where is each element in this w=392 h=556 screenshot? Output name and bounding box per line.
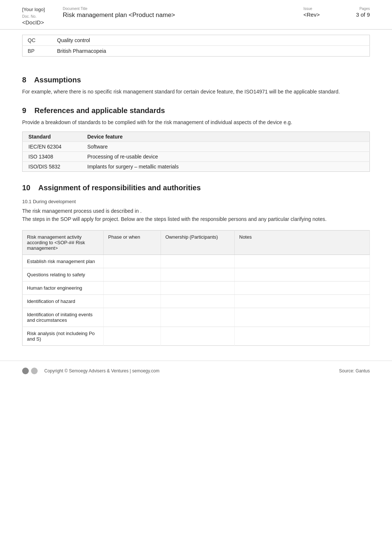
footer-dot-1	[22, 368, 29, 374]
abbrev-desc: Quality control	[52, 35, 370, 46]
table-row: ISO/DIS 5832 Implants for surgery – meta…	[23, 162, 370, 172]
section-8-heading: 8 Assumptions	[22, 76, 370, 84]
notes-cell	[235, 255, 370, 268]
activity-cell: Questions relating to safety	[23, 268, 104, 281]
page-footer: Copyright © Semoegy Advisers & Ventures …	[0, 361, 392, 379]
subsection-10-1-heading: 10.1 During development	[22, 199, 370, 204]
phase-cell	[104, 255, 161, 268]
doc-no-value: <DocID>	[22, 19, 63, 25]
table-row: ISO 13408 Processing of re-usable device	[23, 152, 370, 162]
ownership-cell	[161, 327, 235, 345]
col-header-ownership: Ownership (Participants)	[161, 230, 235, 255]
section-10-body: The risk management process used is desc…	[22, 207, 370, 223]
footer-dot-2	[31, 368, 38, 374]
activity-cell: Identification of initating events and c…	[23, 308, 104, 327]
table-row: Standard Device feature	[23, 132, 370, 142]
list-item: QC Quality control	[23, 35, 370, 46]
doc-no-label: Doc. No.	[22, 14, 63, 18]
phase-cell	[104, 268, 161, 281]
section-9-body: Provide a breakdown of standards to be c…	[22, 119, 370, 127]
notes-cell	[235, 281, 370, 294]
list-item: BP British Pharmacopeia	[23, 46, 370, 57]
activity-cell: Identification of hazard	[23, 294, 104, 308]
footer-copyright: Copyright © Semoegy Advisers & Ventures …	[44, 368, 159, 373]
section-10-num: 10	[22, 184, 30, 192]
abbrev-code: QC	[23, 35, 52, 46]
section-8-body: For example, where there is no specific …	[22, 88, 370, 96]
issue-area: Issue <Rev>	[303, 7, 337, 18]
references-table: Standard Device feature IEC/EN 62304 Sof…	[22, 132, 370, 172]
phase-cell	[104, 281, 161, 294]
page-header: [Your logo] Doc. No. <DocID> Document Ti…	[0, 0, 392, 30]
notes-cell	[235, 308, 370, 327]
ref-header-std: Standard	[23, 132, 82, 142]
ref-feature: Software	[82, 142, 370, 152]
ref-std: IEC/EN 62304	[23, 142, 82, 152]
document-title-area: Document Title Risk management plan <Pro…	[63, 7, 296, 19]
ownership-cell	[161, 308, 235, 327]
table-row: Identification of hazard	[23, 294, 370, 308]
activity-cell: Establish risk management plan	[23, 255, 104, 268]
table-row: Risk analysis (not includeing Po and S)	[23, 327, 370, 345]
section-9-num: 9	[22, 106, 26, 115]
ref-std: ISO 13408	[23, 152, 82, 162]
doc-title-label: Document Title	[63, 7, 296, 11]
ownership-cell	[161, 294, 235, 308]
section-10-heading: 10 Assignment of responsibilities and au…	[22, 184, 370, 192]
ownership-cell	[161, 281, 235, 294]
ref-feature: Implants for surgery – metallic material…	[82, 162, 370, 172]
section-9-heading: 9 References and applicable standards	[22, 106, 370, 115]
pages-area: Pages 3 of 9	[344, 7, 370, 18]
notes-cell	[235, 294, 370, 308]
activity-cell: Risk analysis (not includeing Po and S)	[23, 327, 104, 345]
abbrev-desc: British Pharmacopeia	[52, 46, 370, 57]
issue-label: Issue	[303, 7, 337, 11]
col-header-activity: Risk management activity according to <S…	[23, 230, 104, 255]
table-row: IEC/EN 62304 Software	[23, 142, 370, 152]
table-row: Establish risk management plan	[23, 255, 370, 268]
phase-cell	[104, 294, 161, 308]
abbreviation-table: QC Quality control BP British Pharmacope…	[22, 35, 370, 57]
main-content: 8 Assumptions For example, where there i…	[0, 57, 392, 346]
col-header-notes: Notes	[235, 230, 370, 255]
issue-value: <Rev>	[303, 11, 337, 18]
footer-source: Source: Gantus	[339, 368, 370, 373]
abbrev-code: BP	[23, 46, 52, 57]
notes-cell	[235, 327, 370, 345]
ref-header-feature: Device feature	[82, 132, 370, 142]
table-row: Questions relating to safety	[23, 268, 370, 281]
phase-cell	[104, 308, 161, 327]
ownership-cell	[161, 255, 235, 268]
footer-left: Copyright © Semoegy Advisers & Ventures …	[22, 368, 159, 374]
ownership-cell	[161, 268, 235, 281]
pages-value: 3 of 9	[344, 11, 370, 18]
ref-std: ISO/DIS 5832	[23, 162, 82, 172]
logo-text: [Your logo]	[22, 7, 63, 12]
section-10-title: Assignment of responsibilities and autho…	[38, 184, 201, 192]
table-row: Identification of initating events and c…	[23, 308, 370, 327]
ref-feature: Processing of re-usable device	[82, 152, 370, 162]
section-8-title: Assumptions	[34, 76, 81, 84]
section-8-num: 8	[22, 76, 26, 84]
pages-label: Pages	[344, 7, 370, 11]
table-row: Human factor engineering	[23, 281, 370, 294]
col-header-phase: Phase or when	[104, 230, 161, 255]
notes-cell	[235, 268, 370, 281]
responsibilities-table: Risk management activity according to <S…	[22, 230, 370, 346]
phase-cell	[104, 327, 161, 345]
logo-area: [Your logo] Doc. No. <DocID>	[22, 7, 63, 25]
activity-cell: Human factor engineering	[23, 281, 104, 294]
section-9-title: References and applicable standards	[34, 106, 165, 115]
doc-title-value: Risk management plan <Product name>	[63, 11, 296, 19]
footer-logo-dots	[22, 368, 38, 374]
